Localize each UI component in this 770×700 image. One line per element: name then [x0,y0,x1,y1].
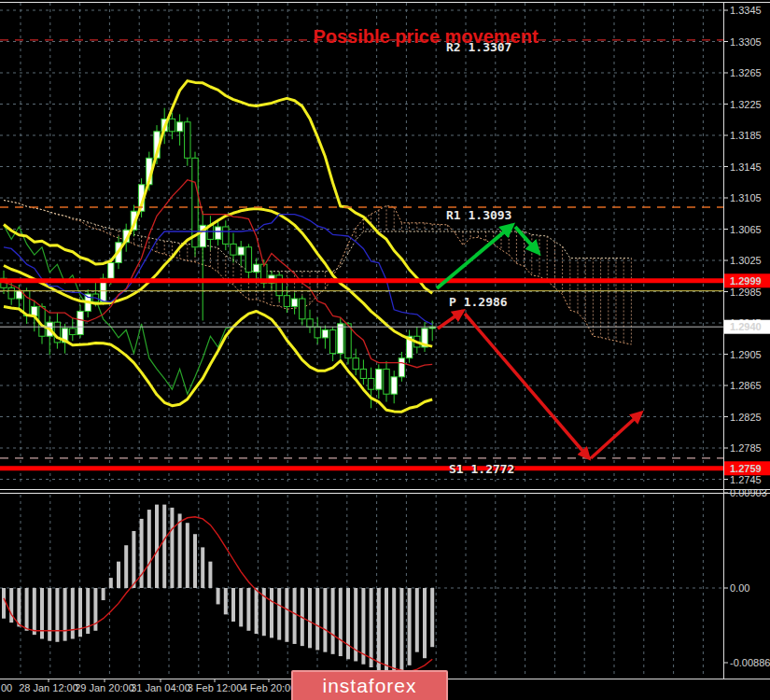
chart-canvas[interactable]: 1.33451.33051.32651.32251.31851.31451.31… [0,0,770,700]
candle-body [284,296,289,307]
time-axis-label: 31 Jan 04:00 [131,682,190,693]
candle-body [223,227,229,244]
macd-histogram-bar [155,505,159,588]
candle-body [8,287,14,299]
macd-histogram-bar [323,588,327,652]
macd-histogram-bar [285,588,288,642]
macd-histogram-bar [277,588,281,640]
macd-histogram-bar [132,531,135,588]
candle-body [169,119,175,131]
macd-histogram-bar [308,588,312,648]
macd-histogram-bar [17,588,21,626]
macd-histogram-bar [117,562,120,588]
candle-body [16,291,21,299]
macd-histogram-bar [63,588,67,641]
candle-body [329,330,335,354]
macd-histogram-bar [162,505,166,588]
price-axis-label: 1.3345 [730,5,762,16]
macd-histogram-bar [2,588,6,619]
candle-body [215,227,220,239]
macd-histogram-bar [370,588,373,667]
macd-histogram-bar [48,588,51,641]
instaforex-watermark: instaforex [291,670,448,700]
macd-histogram-bar [270,588,273,637]
price-axis-badge-label: 1.2940 [730,321,762,332]
macd-histogram-bar [415,588,419,652]
price-axis-label: 1.3145 [730,161,762,173]
macd-histogram-bar [385,588,388,672]
candle-body [70,329,76,335]
macd-histogram-bar [224,588,228,614]
forecast-arrow-red [591,413,641,458]
candle-body [391,377,397,394]
macd-histogram-bar [331,588,335,654]
bollinger-upper [4,81,432,294]
macd-histogram-bar [255,588,259,634]
forecast-arrow-red [438,311,463,329]
price-axis-label: 1.2985 [730,287,762,298]
macd-histogram-bar [201,547,204,588]
macd-histogram-bar [178,513,182,588]
macd-histogram-bar [231,588,235,622]
price-axis-badge-label: 1.2759 [730,463,762,474]
indicator-axis-label: 0.00903 [730,487,767,498]
macd-histogram-bar [109,578,113,588]
time-axis-label: 3 Feb 12:00 [188,682,243,693]
candle-body [376,369,382,389]
candle-body [231,244,236,255]
macd-histogram-bar [55,588,59,642]
macd-histogram-bar [193,534,197,588]
forecast-arrow-green [515,227,539,253]
indicator-axis-label: -0.00886 [730,657,770,668]
candle-body [307,319,313,327]
candle-body [338,324,343,354]
candle-body [399,358,404,377]
macd-histogram-bar [399,588,403,671]
candle-body [253,264,259,272]
price-axis-label: 1.2865 [730,380,762,391]
candle-body [176,122,182,132]
macd-histogram-bar [392,588,396,672]
trading-chart-window: 1.33451.33051.32651.32251.31851.31451.31… [0,0,770,700]
macd-histogram-bar [170,508,174,588]
macd-histogram-bar [147,510,151,588]
macd-histogram-bar [339,588,343,656]
macd-histogram-bar [140,519,144,588]
macd-histogram-bar [124,545,128,588]
indicator-axis-label: 0.00 [730,582,749,594]
pivot-label-s1: S1 1.2772 [449,462,514,476]
time-axis-label: 4 Feb 20:00 [242,682,297,693]
price-axis-label: 1.3185 [730,130,762,141]
price-axis-label: 1.2745 [730,474,762,485]
price-axis-label: 1.3265 [730,67,762,78]
price-axis-label: 1.3105 [730,192,762,203]
macd-histogram-bar [423,588,427,658]
macd-histogram-bar [293,588,297,644]
candle-body [185,122,190,159]
macd-histogram-bar [71,588,75,639]
bollinger-lower [4,307,432,413]
macd-histogram-bar [186,523,189,588]
candle-body [300,299,305,319]
candle-body [276,275,282,296]
candle-body [322,330,328,338]
macd-histogram-bar [217,588,220,604]
macd-histogram-bar [239,588,243,626]
price-axis-label: 1.2825 [730,412,762,423]
price-axis-label: 1.2785 [730,442,762,454]
time-axis-label: 28 Jan 12:00 [19,682,78,693]
macd-histogram-bar [315,588,319,650]
candle-body [368,378,373,389]
price-axis-label: 1.3225 [730,99,762,110]
candle-body [353,358,358,370]
macd-histogram-bar [33,588,36,635]
price-axis-label: 1.3025 [730,255,762,266]
macd-histogram-bar [430,588,434,647]
time-axis-label-partial: 00 [1,682,12,693]
macd-histogram-bar [9,588,13,623]
macd-histogram-bar [208,562,212,588]
candle-body [345,324,351,358]
macd-histogram-bar [408,588,412,665]
macd-histogram-bar [102,588,105,600]
macd-histogram-bar [346,588,350,659]
